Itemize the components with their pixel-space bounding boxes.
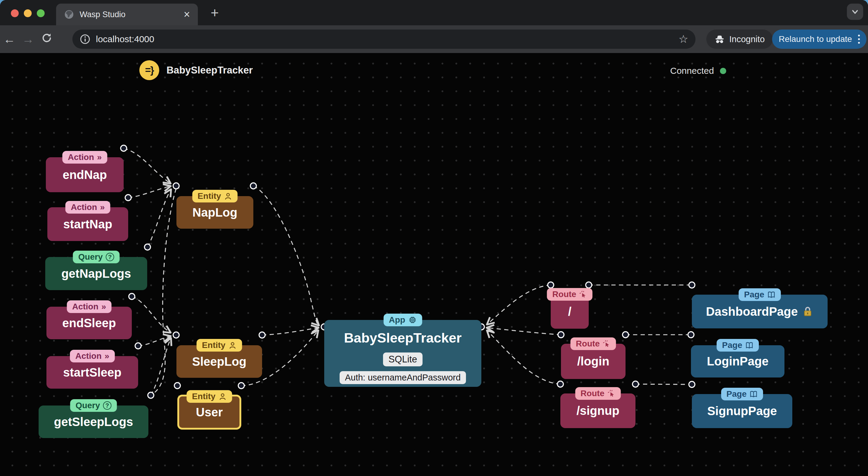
edge-sleepLog-app [262, 328, 318, 335]
close-tab-icon[interactable]: × [184, 9, 190, 20]
minimize-window-button[interactable] [24, 9, 32, 17]
edge-routeSignup-app [487, 331, 560, 384]
node-startSleep[interactable]: Action» startSleep [46, 356, 138, 388]
action-badge: Action» [65, 201, 111, 214]
node-endNap[interactable]: Action» endNap [46, 157, 124, 192]
incognito-label: Incognito [729, 34, 765, 44]
handle[interactable] [622, 332, 628, 338]
address-bar[interactable]: localhost:4000 ☆ [72, 30, 695, 49]
node-label: DashboardPage [706, 305, 798, 318]
relaunch-to-update-button[interactable]: Relaunch to update [772, 30, 867, 49]
handle[interactable] [548, 282, 554, 288]
action-chevrons-icon: » [101, 302, 106, 311]
node-app-BabySleepTracker[interactable]: App BabySleepTracker SQLite Auth: userna… [324, 320, 482, 387]
book-icon [767, 291, 775, 299]
tab-title: Wasp Studio [80, 10, 184, 19]
reload-button[interactable] [37, 32, 56, 46]
url-text[interactable]: localhost:4000 [96, 34, 679, 44]
handle[interactable] [688, 332, 694, 338]
handle[interactable] [250, 183, 256, 189]
back-button[interactable]: ← [0, 33, 19, 46]
traffic-lights [11, 9, 44, 17]
edge-routeRoot-app [487, 285, 551, 324]
handle[interactable] [632, 381, 639, 387]
handle[interactable] [148, 392, 154, 398]
browser-tab[interactable]: Wasp Studio × [56, 4, 198, 25]
node-label: SleepLog [192, 355, 246, 369]
node-SleepLog[interactable]: Entity SleepLog [177, 345, 262, 378]
globe-favicon-icon [64, 9, 74, 20]
node-label: /login [577, 354, 610, 368]
route-badge: Route [575, 387, 621, 400]
handle[interactable] [173, 183, 179, 189]
reload-icon [41, 32, 53, 44]
action-chevrons-icon: » [105, 351, 110, 361]
handle[interactable] [145, 244, 151, 250]
node-endSleep[interactable]: Action» endSleep [46, 307, 132, 339]
handle[interactable] [558, 332, 564, 338]
close-window-button[interactable] [11, 9, 19, 17]
handle[interactable] [557, 381, 563, 387]
forward-button[interactable]: → [19, 33, 37, 46]
node-route-login[interactable]: Route /login [561, 344, 625, 379]
route-badge: Route [547, 288, 592, 301]
relaunch-label: Relaunch to update [779, 34, 852, 44]
handle[interactable] [259, 332, 265, 338]
lock-icon [802, 306, 813, 317]
node-NapLog[interactable]: Entity NapLog [177, 196, 253, 229]
zoom-window-button[interactable] [37, 9, 44, 17]
node-label: getNapLogs [61, 267, 131, 280]
action-badge: Action» [62, 151, 107, 164]
page-badge: Page [717, 339, 759, 351]
handle[interactable] [689, 381, 695, 387]
node-DashboardPage[interactable]: Page DashboardPage [692, 295, 828, 328]
node-route-root[interactable]: Route / [551, 294, 589, 329]
chevron-down-icon [850, 7, 860, 16]
edge-getNapLogs-napLog [148, 190, 171, 247]
db-badge: SQLite [383, 352, 423, 366]
node-User[interactable]: Entity User [177, 395, 241, 430]
node-getNapLogs[interactable]: Query? getNapLogs [45, 257, 147, 290]
bookmark-star-icon[interactable]: ☆ [679, 33, 688, 45]
incognito-badge: Incognito [706, 30, 773, 49]
node-SignupPage[interactable]: Page SignupPage [692, 394, 792, 428]
action-chevrons-icon: » [97, 152, 102, 162]
node-getSleepLogs[interactable]: Query? getSleepLogs [39, 406, 148, 438]
handle[interactable] [125, 195, 131, 201]
handle[interactable] [238, 383, 244, 388]
app-badge: App [383, 314, 422, 326]
edge-napLog-app [253, 186, 318, 325]
cursor-click-icon [579, 291, 587, 298]
tab-search-button[interactable] [847, 4, 863, 20]
handle[interactable] [174, 383, 180, 388]
person-icon [228, 341, 237, 349]
node-label: LoginPage [707, 354, 769, 368]
new-tab-button[interactable]: + [208, 5, 222, 20]
handle[interactable] [173, 332, 179, 338]
status-dot [720, 68, 726, 74]
node-startNap[interactable]: Action» startNap [48, 207, 128, 241]
handle[interactable] [689, 282, 695, 288]
node-label: NapLog [192, 206, 237, 219]
question-icon: ? [105, 253, 114, 261]
browser-window: Wasp Studio × + ← → localhost:4000 [0, 0, 868, 476]
site-info-icon[interactable] [80, 34, 91, 44]
node-label: User [196, 406, 223, 419]
handle[interactable] [129, 294, 135, 300]
node-route-signup[interactable]: Route /signup [560, 394, 636, 428]
kebab-menu-icon[interactable] [858, 35, 860, 44]
node-label: getSleepLogs [54, 415, 133, 429]
person-icon [218, 393, 226, 401]
handle[interactable] [121, 145, 127, 151]
action-chevrons-icon: » [100, 202, 105, 212]
query-badge: Query? [73, 251, 120, 263]
handle[interactable] [586, 282, 592, 288]
query-badge: Query? [70, 399, 117, 412]
handle[interactable] [135, 343, 141, 349]
node-LoginPage[interactable]: Page LoginPage [691, 345, 784, 377]
wasp-studio-canvas[interactable]: =} BabySleepTracker Connected [0, 53, 868, 476]
app-node-title: BabySleepTracker [344, 330, 461, 346]
entity-badge: Entity [197, 339, 242, 351]
chip-icon [408, 316, 417, 324]
status-text: Connected [670, 66, 714, 76]
